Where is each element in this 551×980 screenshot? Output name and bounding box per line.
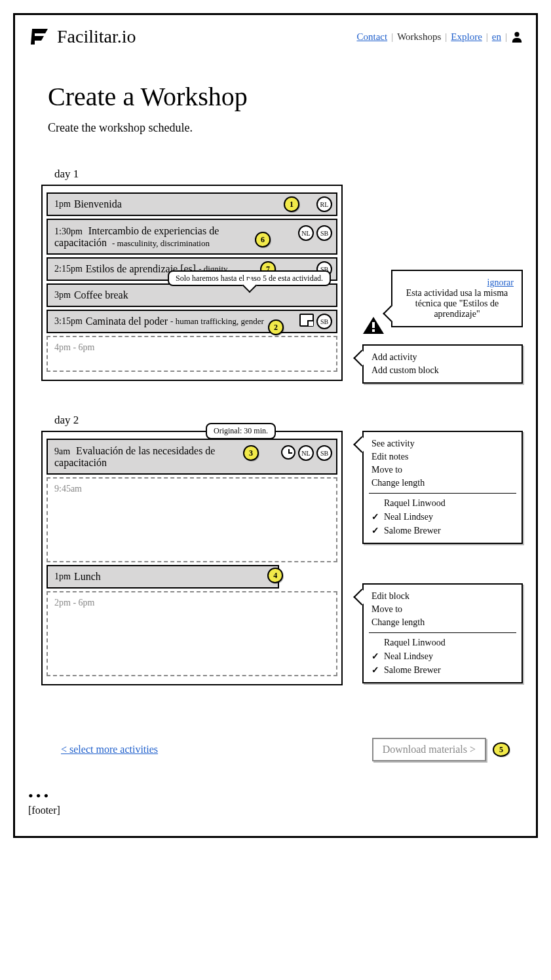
- activity-context-menu: See activity Edit notes Move to Change l…: [362, 431, 523, 544]
- history-icon[interactable]: [281, 445, 295, 460]
- page-title: Create a Workshop: [48, 81, 523, 112]
- day2-box: Original: 30 min. 9am Evaluación de las …: [41, 431, 343, 685]
- brand-name: Facilitar.io: [57, 26, 136, 47]
- assign-person[interactable]: ✓Neal Lindsey: [371, 510, 514, 524]
- annotation-marker: 5: [493, 742, 510, 757]
- assign-person[interactable]: ✓Neal Lindsey: [371, 649, 514, 663]
- add-custom-block[interactable]: Add custom block: [371, 364, 514, 377]
- drop-zone[interactable]: 2pm - 6pm: [47, 591, 337, 676]
- nav-lang[interactable]: en: [492, 31, 501, 43]
- warning-icon: [362, 316, 385, 335]
- brand[interactable]: Facilitar.io: [28, 25, 136, 48]
- menu-move-to[interactable]: Move to: [371, 603, 514, 616]
- drop-zone[interactable]: 4pm - 6pm: [47, 336, 337, 372]
- page-footer: ••• [footer]: [28, 788, 523, 816]
- facilitator-chip[interactable]: SB: [316, 445, 332, 461]
- top-nav: Facilitar.io Contact| Workshops| Explore…: [28, 25, 523, 48]
- assign-person[interactable]: ✓Salome Brewer: [371, 663, 514, 677]
- download-button[interactable]: Download materials >: [372, 738, 486, 761]
- schedule-block[interactable]: 3pm Coffee break: [47, 283, 337, 307]
- menu-edit-block[interactable]: Edit block: [371, 590, 514, 603]
- facilitator-chip[interactable]: RL: [316, 196, 332, 212]
- note-icon[interactable]: [299, 314, 314, 327]
- annotation-marker: 3: [243, 445, 259, 461]
- annotation-marker: 4: [267, 568, 283, 583]
- schedule-block[interactable]: 1pm Bienvenida 1 RL: [47, 192, 337, 216]
- warning-bubble: ignorar Esta actividad usa la misma técn…: [391, 270, 523, 327]
- annotation-marker: 1: [284, 196, 299, 212]
- svg-point-0: [514, 32, 519, 37]
- svg-rect-2: [372, 329, 375, 332]
- nav-links: Contact| Workshops| Explore| en|: [356, 31, 523, 43]
- assign-person[interactable]: Raquel Linwood: [371, 497, 514, 510]
- facilitator-chip[interactable]: NL: [298, 445, 314, 461]
- page-subtitle: Create the workshop schedule.: [48, 121, 523, 135]
- drop-zone[interactable]: 9:45am: [47, 477, 337, 562]
- menu-edit-notes[interactable]: Edit notes: [371, 450, 514, 463]
- nav-workshops[interactable]: Workshops: [397, 31, 441, 43]
- nav-contact[interactable]: Contact: [356, 31, 387, 43]
- facilitator-chip[interactable]: SB: [316, 225, 332, 241]
- block-context-menu: Edit block Move to Change length Raquel …: [362, 583, 523, 683]
- add-activity[interactable]: Add activity: [371, 351, 514, 364]
- add-menu: Add activity Add custom block: [362, 344, 523, 384]
- schedule-block[interactable]: 9am Evaluación de las necesidades de cap…: [47, 439, 337, 475]
- annotation-marker: 6: [255, 232, 271, 247]
- app-frame: Facilitar.io Contact| Workshops| Explore…: [13, 13, 538, 838]
- note-tooltip: Solo haremos hasta el paso 5 de esta act…: [168, 270, 331, 286]
- ellipsis-icon: •••: [28, 788, 523, 805]
- day2-label: day 2: [54, 414, 343, 427]
- warning-callout: ignorar Esta actividad usa la misma técn…: [362, 270, 523, 335]
- menu-change-length[interactable]: Change length: [371, 477, 514, 490]
- assign-person[interactable]: Raquel Linwood: [371, 636, 514, 649]
- day1-box: 1pm Bienvenida 1 RL 1:30pm Intercambio d…: [41, 185, 343, 381]
- schedule-block[interactable]: 1:30pm Intercambio de experiencias de ca…: [47, 219, 337, 255]
- schedule-block[interactable]: 3:15pm Caminata del poder - human traffi…: [47, 310, 337, 333]
- logo-icon: [28, 25, 52, 48]
- user-icon[interactable]: [511, 31, 523, 43]
- facilitator-chip[interactable]: NL: [298, 225, 314, 241]
- menu-change-length[interactable]: Change length: [371, 616, 514, 629]
- annotation-marker: 2: [268, 319, 284, 335]
- svg-rect-1: [372, 322, 375, 328]
- schedule-block[interactable]: 1pm Lunch 4: [47, 565, 279, 589]
- nav-explore[interactable]: Explore: [451, 31, 482, 43]
- select-more-link[interactable]: < select more activities: [61, 744, 158, 755]
- facilitator-chip[interactable]: SB: [316, 314, 332, 329]
- footer-label: [footer]: [28, 805, 523, 816]
- menu-move-to[interactable]: Move to: [371, 463, 514, 477]
- ignore-link[interactable]: ignorar: [487, 278, 514, 288]
- day1-label: day 1: [54, 168, 343, 181]
- duration-tooltip: Original: 30 min.: [206, 423, 276, 439]
- menu-see-activity[interactable]: See activity: [371, 437, 514, 450]
- assign-person[interactable]: ✓Salome Brewer: [371, 524, 514, 537]
- footer-actions: < select more activities Download materi…: [61, 738, 510, 761]
